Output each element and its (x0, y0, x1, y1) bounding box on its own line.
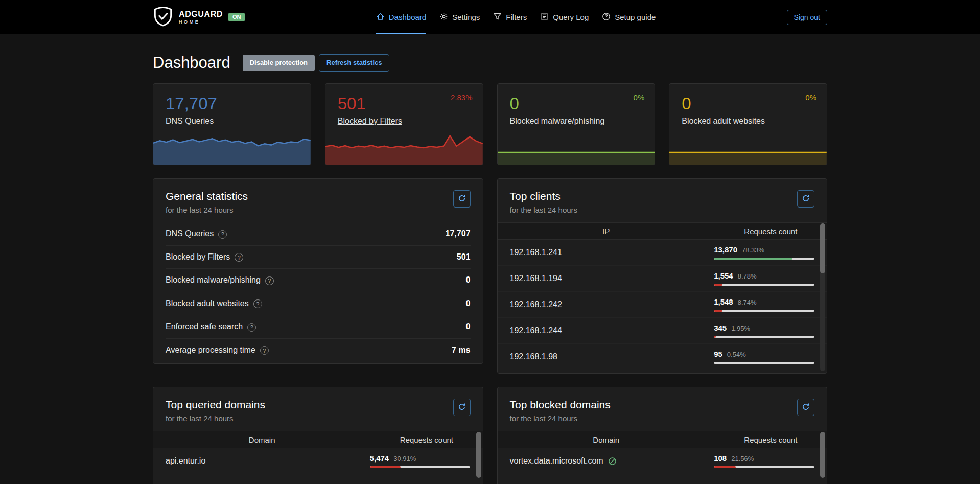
brand-sub: HOME (179, 20, 223, 25)
blocked-filters-link[interactable]: Blocked by Filters (338, 117, 402, 125)
blocked-malware-label: Blocked malware/phishing (510, 117, 605, 125)
table-row: vortex.data.microsoft.com 10821.56% (498, 448, 827, 474)
client-ip-link[interactable]: 192.168.1.242 (510, 300, 562, 309)
tab-setup-guide[interactable]: Setup guide (602, 0, 656, 34)
stat-row: Blocked adult websites? 0 (166, 292, 471, 315)
requests-progress-bar (370, 466, 471, 468)
scrollbar-thumb[interactable] (820, 432, 825, 478)
help-icon[interactable]: ? (260, 346, 269, 355)
main-nav: Dashboard Settings Filters Query Log (376, 0, 656, 34)
column-header-domain: Domain (153, 431, 370, 448)
table-header: Domain Requests count (153, 431, 483, 448)
protection-status-badge: ON (228, 13, 245, 21)
requests-progress-bar (714, 336, 814, 338)
refresh-icon (458, 403, 466, 412)
table-row: 192.168.1.244 3451.95% (498, 318, 827, 344)
scrollbar-thumb[interactable] (820, 223, 825, 273)
requests-progress-bar (714, 258, 814, 260)
stat-card-blocked-adult: 0% 0 Blocked adult websites (669, 83, 827, 165)
help-icon[interactable]: ? (253, 299, 262, 308)
gear-icon (439, 12, 448, 22)
general-statistics-panel: General statistics for the last 24 hours… (153, 178, 483, 364)
tab-query-log[interactable]: Query Log (540, 0, 589, 34)
sign-out-button[interactable]: Sign out (787, 10, 827, 25)
panel-title: Top clients (510, 190, 815, 202)
blocked-malware-sparkline (498, 129, 655, 165)
navbar: ADGUARD HOME ON Dashboard Settings (0, 0, 980, 34)
dns-queries-label: DNS Queries (166, 117, 214, 125)
help-icon[interactable]: ? (247, 323, 256, 332)
blocked-malware-value: 0 (498, 84, 655, 112)
help-icon[interactable]: ? (265, 276, 274, 285)
scrollbar-thumb[interactable] (476, 432, 481, 478)
table-row: 192.168.1.194 1,5548.78% (498, 266, 827, 292)
blocked-adult-sparkline (669, 129, 827, 165)
panel-subtitle: for the last 24 hours (510, 414, 815, 423)
tab-filters[interactable]: Filters (493, 0, 527, 34)
tab-settings[interactable]: Settings (439, 0, 480, 34)
refresh-button[interactable] (453, 399, 471, 416)
stat-card-dns-queries: 17,707 DNS Queries (153, 83, 311, 165)
requests-progress-bar (714, 310, 814, 312)
table-scrollbar[interactable] (476, 432, 481, 475)
refresh-statistics-button[interactable]: Refresh statistics (319, 54, 389, 72)
refresh-button[interactable] (797, 399, 814, 416)
tab-dashboard[interactable]: Dashboard (376, 0, 426, 34)
refresh-icon (458, 194, 466, 204)
blocked-adult-label: Blocked adult websites (682, 117, 765, 125)
stat-row: DNS Queries? 17,707 (166, 222, 471, 245)
stat-row: Enforced safe search? 0 (166, 315, 471, 338)
client-ip-link[interactable]: 192.168.1.241 (510, 248, 562, 257)
refresh-icon (802, 194, 810, 204)
client-ip-link[interactable]: 192.168.1.194 (510, 274, 562, 283)
panel-subtitle: for the last 24 hours (166, 414, 471, 423)
column-header-requests-count: Requests count (715, 223, 827, 239)
client-ip-link[interactable]: 192.168.1.98 (510, 352, 557, 361)
domain-link[interactable]: vortex.data.microsoft.com (510, 456, 603, 466)
stat-card-blocked-by-filters: 2.83% 501 Blocked by Filters (325, 83, 483, 165)
stat-row: Blocked malware/phishing? 0 (166, 268, 471, 292)
column-header-requests-count: Requests count (715, 431, 827, 448)
home-icon (376, 12, 385, 22)
stat-row: Blocked by Filters? 501 (166, 245, 471, 269)
domain-link[interactable]: api.entur.io (166, 456, 205, 466)
page-title: Dashboard (153, 54, 230, 72)
help-icon[interactable]: ? (218, 230, 227, 239)
blocked-filters-sparkline (325, 129, 483, 165)
shield-check-icon (153, 6, 173, 29)
stat-card-blocked-malware: 0% 0 Blocked malware/phishing (497, 83, 656, 165)
column-header-requests-count: Requests count (370, 431, 482, 448)
dns-queries-sparkline (153, 129, 311, 165)
blocked-domain-icon[interactable] (608, 457, 617, 466)
funnel-icon (493, 12, 502, 22)
refresh-button[interactable] (453, 190, 471, 208)
stat-percent: 0% (805, 93, 816, 102)
table-row: api.entur.io 5,47430.91% (153, 448, 483, 474)
stat-percent: 0% (634, 93, 645, 102)
brand-name: ADGUARD (179, 10, 223, 18)
requests-progress-bar (714, 466, 814, 468)
table-row: 192.168.1.242 1,5488.74% (498, 292, 827, 318)
requests-progress-bar (714, 284, 814, 286)
column-header-domain: Domain (498, 431, 715, 448)
disable-protection-button[interactable]: Disable protection (243, 55, 315, 71)
table-scrollbar[interactable] (820, 223, 825, 371)
help-icon[interactable]: ? (235, 253, 243, 262)
requests-progress-bar (714, 362, 814, 364)
dashboard-page: Dashboard Disable protection Refresh sta… (153, 54, 827, 484)
client-ip-link[interactable]: 192.168.1.244 (510, 326, 562, 335)
adguard-home-logo[interactable]: ADGUARD HOME ON (153, 6, 245, 29)
stat-row: Average processing time? 7 ms (166, 338, 471, 362)
panel-title: Top queried domains (166, 399, 471, 411)
blocked-adult-value: 0 (669, 84, 827, 112)
table-row: 192.168.1.241 13,87078.33% (498, 240, 827, 266)
refresh-icon (802, 403, 810, 412)
question-circle-icon (602, 12, 611, 22)
top-queried-domains-panel: Top queried domains for the last 24 hour… (153, 387, 483, 484)
refresh-button[interactable] (797, 190, 814, 208)
panel-title: Top blocked domains (510, 399, 815, 411)
table-header: Domain Requests count (498, 431, 827, 448)
panel-subtitle: for the last 24 hours (166, 205, 471, 214)
table-header: IP Requests count (498, 222, 827, 240)
table-scrollbar[interactable] (820, 432, 825, 475)
